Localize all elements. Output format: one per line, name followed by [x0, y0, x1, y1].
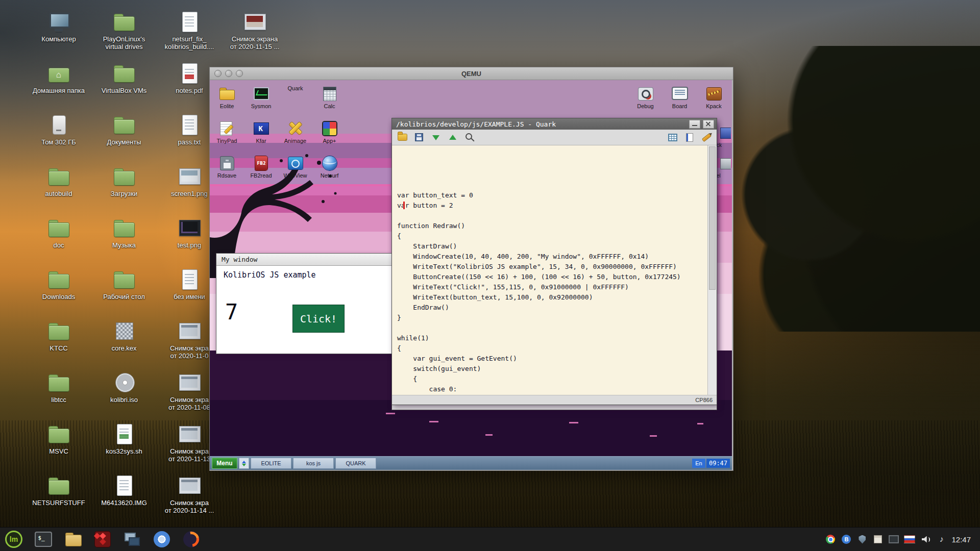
- desktop-icon[interactable]: Компьютер: [26, 10, 91, 62]
- open-file-icon[interactable]: [396, 131, 408, 143]
- window-switcher-icon[interactable]: [239, 458, 249, 469]
- volume-tray-icon[interactable]: [920, 534, 931, 545]
- kpack-icon[interactable]: Kpack: [698, 85, 730, 120]
- desktop-icon[interactable]: Downloads: [26, 268, 91, 319]
- desktop-icon-glyph: [46, 268, 71, 291]
- desktop-icon[interactable]: VirtualBox VMs: [91, 62, 157, 113]
- eolite-icon[interactable]: Eolite: [211, 85, 243, 120]
- debug-icon[interactable]: Debug: [629, 85, 662, 120]
- desktop-icon[interactable]: MSVC: [26, 422, 91, 474]
- close-button[interactable]: [214, 70, 222, 77]
- display-tray-icon[interactable]: [888, 534, 899, 545]
- taskbar-task-button[interactable]: kos js: [293, 458, 334, 469]
- kolibri-icon-grid: Eolite Sysmon Quark Calc TinyPad Kfar: [210, 85, 347, 189]
- encoding-indicator[interactable]: CP866: [695, 397, 713, 403]
- desktop-icon[interactable]: autobuild: [26, 165, 91, 216]
- package-update-tray-icon[interactable]: [872, 534, 884, 545]
- taskbar-task-button[interactable]: QUARK: [335, 458, 376, 469]
- edit-mode-icon[interactable]: [700, 131, 713, 143]
- chrome-tray-icon[interactable]: [825, 534, 836, 545]
- tinypad-icon[interactable]: TinyPad: [211, 120, 243, 155]
- kolibri-icon-label: Calc: [324, 103, 335, 109]
- desktop-icon[interactable]: Домашняя папка: [26, 62, 91, 113]
- jump-down-icon[interactable]: [430, 131, 442, 143]
- animage-icon[interactable]: Animage: [279, 120, 312, 155]
- desktop-icon[interactable]: Документы: [91, 113, 157, 165]
- desktop-icon[interactable]: kos32sys.sh: [91, 422, 157, 474]
- quark-close-button[interactable]: [703, 120, 714, 129]
- code-line: while(1): [397, 333, 707, 343]
- table-view-icon[interactable]: [667, 131, 679, 143]
- desktop-icon[interactable]: Снимок экра от 2020-11-14 ...: [157, 474, 222, 525]
- remote-desktop-launcher-icon[interactable]: [122, 530, 142, 549]
- quark-minimize-button[interactable]: [689, 120, 700, 129]
- webview-icon[interactable]: WebView: [279, 155, 312, 189]
- desktop-icon-glyph: [112, 62, 136, 85]
- desktop-icon[interactable]: KTCC: [26, 319, 91, 371]
- kfar-ic[interactable]: Kfar: [245, 120, 278, 155]
- qemu-titlebar[interactable]: QEMU: [210, 67, 733, 80]
- desktop-icon[interactable]: Снимок экрана от 2020-11-15 ...: [222, 10, 287, 62]
- panel-clock[interactable]: 12:47: [951, 535, 974, 544]
- kolibrios-screen[interactable]: Eolite Sysmon Quark Calc TinyPad Kfar: [210, 80, 732, 470]
- code-line: var button_text = 0: [397, 190, 707, 201]
- desktop-icon[interactable]: PlayOnLinux's virtual drives: [91, 10, 157, 62]
- desktop-icon[interactable]: libtcc: [26, 371, 91, 422]
- taskbar-task-button[interactable]: EOLITE: [251, 458, 291, 469]
- desktop-icon[interactable]: Рабочий стол: [91, 268, 157, 319]
- firefox-launcher-icon[interactable]: [182, 530, 201, 549]
- search-icon[interactable]: [463, 131, 476, 143]
- security-shield-tray-icon[interactable]: [856, 534, 868, 545]
- desktop-icon[interactable]: Музыка: [91, 216, 157, 268]
- quark-icon[interactable]: Quark: [279, 85, 312, 120]
- chromium-launcher-icon[interactable]: [152, 530, 172, 549]
- desktop-icon[interactable]: NETSURFSTUFF: [26, 474, 91, 525]
- quark-titlebar[interactable]: /kolibrios/develop/js/EXAMPLE.JS - Quark: [392, 118, 717, 130]
- click-button[interactable]: Click!: [292, 305, 345, 333]
- kolibri-menu-button[interactable]: Menu: [212, 458, 237, 469]
- notebook-icon[interactable]: [683, 131, 696, 143]
- music-note-tray-icon[interactable]: [936, 534, 947, 545]
- desktop-icon[interactable]: Загрузки: [91, 165, 157, 216]
- desktop-icon[interactable]: kolibri.iso: [91, 371, 157, 422]
- desktop-icon[interactable]: M6413620.IMG: [91, 474, 157, 525]
- code-editor-area[interactable]: var button_text = 0var button = 2functio…: [392, 145, 707, 395]
- desktop-icon[interactable]: Том 302 ГБ: [26, 113, 91, 165]
- terminal-launcher-icon[interactable]: [34, 530, 53, 549]
- bookmark-marker: [403, 202, 405, 209]
- keyboard-layout-flag-icon[interactable]: [904, 534, 915, 545]
- board-icon[interactable]: Board: [664, 85, 696, 120]
- cards-game-launcher-icon[interactable]: [93, 530, 112, 549]
- file-manager-launcher-icon[interactable]: [63, 530, 83, 549]
- kolibri-clock[interactable]: 09:47: [706, 459, 730, 468]
- rdsave-icon[interactable]: Rdsave: [211, 155, 243, 189]
- sysmon-icon[interactable]: Sysmon: [245, 85, 278, 120]
- desktop-icon[interactable]: core.kex: [91, 319, 157, 371]
- partial-desktop-icon[interactable]: el: [717, 156, 731, 179]
- editor-scrollbar[interactable]: [707, 145, 717, 395]
- netsurf-icon[interactable]: Netsurf: [313, 155, 346, 189]
- desktop-icon[interactable]: doc: [26, 216, 91, 268]
- wallpaper-dash: [429, 421, 438, 422]
- desktop-icon[interactable]: netsurf_fix_ kolibrios_build....: [157, 10, 222, 62]
- wallpaper-dash: [386, 413, 395, 414]
- keyboard-layout-indicator[interactable]: En: [692, 459, 705, 468]
- fb2read-icon[interactable]: FB2read: [245, 155, 278, 189]
- mint-menu-button[interactable]: [4, 530, 23, 549]
- partial-desktop-icon[interactable]: ck: [717, 125, 731, 148]
- bluetooth-tray-icon[interactable]: [841, 534, 852, 545]
- desktop-icon-glyph: [177, 10, 202, 34]
- quark-editor-body: var button_text = 0var button = 2functio…: [392, 145, 717, 395]
- desktop-icon-label: kolibri.iso: [110, 396, 138, 404]
- jump-up-icon[interactable]: [447, 131, 459, 143]
- scrollbar-thumb[interactable]: [709, 146, 716, 290]
- my-window-titlebar[interactable]: My window: [216, 254, 392, 266]
- maximize-button[interactable]: [236, 70, 243, 77]
- save-icon[interactable]: [413, 131, 425, 143]
- desktop-icon-label: KTCC: [50, 344, 67, 352]
- code-line: ButtonCreate((150 << 16) + 100, (100 << …: [397, 272, 707, 282]
- app-plus-icon[interactable]: App+: [313, 120, 346, 155]
- desktop-icon-glyph: [46, 319, 71, 343]
- calc-icon[interactable]: Calc: [313, 85, 346, 120]
- minimize-button[interactable]: [225, 70, 232, 77]
